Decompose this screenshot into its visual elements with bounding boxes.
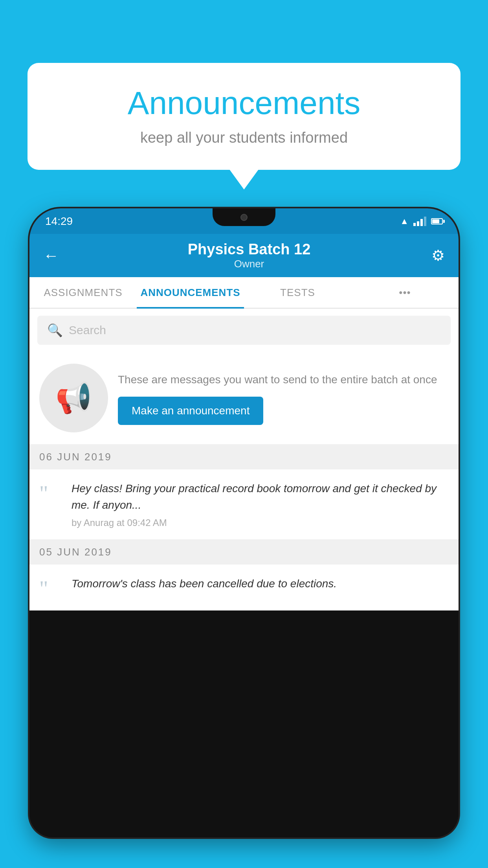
- camera-notch: [240, 214, 248, 221]
- app-bar-subtitle: Owner: [67, 258, 431, 270]
- search-container: 🔍 Search: [29, 309, 459, 352]
- settings-button[interactable]: ⚙: [431, 247, 445, 264]
- date-label-2: 05 JUN 2019: [39, 546, 112, 558]
- phone-frame: 14:29 ▲ ←: [29, 208, 459, 837]
- bubble-subtitle: keep all your students informed: [51, 129, 437, 146]
- announcement-text-2: Tomorrow's class has been cancelled due …: [72, 576, 449, 592]
- phone-content: 🔍 Search 📢 These are messages you want t…: [29, 309, 459, 611]
- tabs-bar: ASSIGNMENTS ANNOUNCEMENTS TESTS •••: [29, 277, 459, 309]
- tab-tests[interactable]: TESTS: [244, 277, 351, 308]
- announcement-meta-1: by Anurag at 09:42 AM: [72, 517, 449, 528]
- announcement-description: These are messages you want to send to t…: [118, 371, 449, 388]
- speech-bubble: Announcements keep all your students inf…: [28, 63, 460, 170]
- announcement-text-area-2: Tomorrow's class has been cancelled due …: [72, 576, 449, 596]
- announcement-prompt-right: These are messages you want to send to t…: [118, 371, 449, 425]
- announcement-item-1[interactable]: " Hey class! Bring your practical record…: [29, 469, 459, 540]
- speech-bubble-section: Announcements keep all your students inf…: [28, 63, 460, 170]
- search-placeholder: Search: [69, 324, 106, 337]
- date-section-2: 05 JUN 2019: [29, 540, 459, 565]
- notch: [213, 208, 275, 226]
- app-bar-title: Physics Batch 12: [67, 241, 431, 258]
- bubble-title: Announcements: [51, 85, 437, 121]
- announcement-text-area-1: Hey class! Bring your practical record b…: [72, 480, 449, 528]
- wifi-icon: ▲: [400, 216, 409, 226]
- quote-icon-1: ": [39, 482, 63, 504]
- app-bar-title-section: Physics Batch 12 Owner: [67, 241, 431, 270]
- battery-icon: [431, 218, 443, 224]
- app-bar: ← Physics Batch 12 Owner ⚙: [29, 234, 459, 277]
- tab-more[interactable]: •••: [351, 277, 459, 308]
- status-icons: ▲: [400, 216, 443, 226]
- phone-bottom-bar: [29, 806, 459, 837]
- make-announcement-button[interactable]: Make an announcement: [118, 397, 263, 425]
- announcement-icon-circle: 📢: [39, 364, 108, 432]
- megaphone-icon: 📢: [55, 381, 92, 416]
- tab-assignments[interactable]: ASSIGNMENTS: [29, 277, 137, 308]
- phone-mockup: 14:29 ▲ ←: [29, 208, 459, 868]
- search-bar[interactable]: 🔍 Search: [37, 316, 451, 345]
- announcement-prompt: 📢 These are messages you want to send to…: [29, 352, 459, 445]
- search-icon: 🔍: [47, 323, 63, 338]
- announcement-item-2[interactable]: " Tomorrow's class has been cancelled du…: [29, 565, 459, 611]
- quote-icon-2: ": [39, 577, 63, 599]
- status-bar: 14:29 ▲: [29, 208, 459, 234]
- tab-announcements[interactable]: ANNOUNCEMENTS: [137, 277, 244, 308]
- back-button[interactable]: ←: [43, 247, 59, 265]
- announcement-text-1: Hey class! Bring your practical record b…: [72, 480, 449, 513]
- status-time: 14:29: [45, 215, 73, 228]
- date-section-1: 06 JUN 2019: [29, 445, 459, 469]
- signal-bars-icon: [413, 217, 426, 226]
- date-label-1: 06 JUN 2019: [39, 451, 112, 463]
